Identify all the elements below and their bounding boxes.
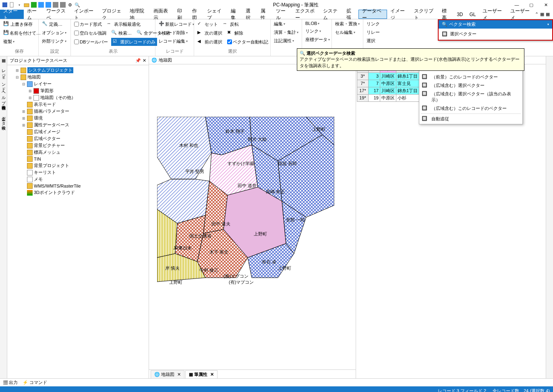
copy-button[interactable]: 複製▾ — [2, 38, 37, 45]
ribbon-tab-0[interactable]: スタート — [0, 10, 24, 19]
ribbon-tab-18[interactable]: イメージ — [387, 10, 411, 19]
alldata-tab[interactable]: 全データ検索 — [1, 112, 6, 124]
close-panel-icon[interactable]: ✕ — [143, 58, 146, 63]
celledit-menu[interactable]: セル編集▾ — [333, 29, 361, 36]
vector-menu-item-1[interactable]: 🔲（前景）このレコードのベクター — [419, 73, 522, 81]
edit-menu[interactable]: 編集▾ — [272, 20, 300, 28]
vector-submenu: 🔲（前景）選択ベクター（該当のみ表示）🔲（前景）このレコードのベクター🔲（広域含… — [419, 63, 523, 124]
group-save-label: 保存 — [2, 47, 37, 55]
reverse-button[interactable]: ↔反転 — [221, 20, 240, 28]
tab-map[interactable]: 🌐地籍図✕ — [151, 370, 184, 378]
svg-rect-7 — [60, 2, 66, 8]
project-tree[interactable]: ⊞システムプロジェクト ⊟地籍図 ⊟レイヤー ⊞筆図形 ⊞地籍図（その他） 表示… — [7, 65, 149, 378]
ribbon-tab-15[interactable]: システム — [320, 10, 344, 19]
gear-icon[interactable]: ⚙ — [67, 2, 73, 8]
group-record-label: レコード — [157, 47, 192, 55]
link-menu[interactable]: リンク▾ — [304, 27, 330, 35]
bottom-toolbar: ▦ 出力 ⚡ コマンド — [0, 378, 553, 386]
clear-button[interactable]: ✖解除 — [226, 29, 245, 37]
overwrite-save-button[interactable]: 💾上書き保存 — [2, 20, 37, 28]
set-button[interactable]: ✓セット — [196, 20, 220, 28]
workspace-panel: プロジェクトワークスペース 📌 ✕ ⊞システムプロジェクト ⊟地籍図 ⊟レイヤー… — [7, 56, 149, 378]
card-checkbox[interactable]: カード形式 — [72, 21, 104, 28]
ribbon-extra1[interactable]: ▦ — [540, 12, 544, 17]
ribbon-tab-5[interactable]: 地理院地 — [126, 10, 150, 19]
select-vector-icon: 🔲 — [442, 31, 447, 37]
newrec-button[interactable]: ➕新規レコード▾ — [157, 20, 192, 28]
svg-rect-3 — [31, 2, 37, 8]
dropdown-header[interactable]: 🔍 ベクター検索 ▾ — [439, 20, 552, 29]
ribbon-tab-12[interactable]: 属性 — [257, 10, 272, 19]
ribbon-tab-10[interactable]: 編集 — [228, 10, 242, 19]
ribbon-tab-4[interactable]: プロジェク — [99, 10, 126, 19]
extlink-button[interactable]: 外部リンク▾ — [40, 37, 69, 45]
legend-tab[interactable]: レジェンド・ヘルプ内検索 — [1, 65, 6, 104]
dropdown-active-item[interactable]: 🔲 選択ベクター — [439, 29, 552, 40]
ribbon-tab-24[interactable]: ユーザーメ — [507, 10, 535, 19]
ribbon-tab-7[interactable]: 印刷 — [174, 10, 189, 19]
ribbon-tab-6[interactable]: 画面表示 — [150, 10, 174, 19]
svg-rect-1 — [10, 2, 13, 7]
svg-text:田中 道井: 田中 道井 — [238, 183, 257, 188]
searchreplace-menu[interactable]: 検索・置換▾ — [333, 20, 361, 28]
ribbon-tab-23[interactable]: ユーザーメ — [479, 10, 507, 19]
ribbon-tab-17[interactable]: データベー — [358, 10, 387, 19]
rail-icon2[interactable]: ▦ — [2, 105, 6, 111]
save-as-button[interactable]: 💾名前を付けて… — [2, 29, 37, 37]
menu-item-icon: 🔲 — [422, 83, 428, 89]
svg-text:鈴木 翔子: 鈴木 翔子 — [226, 129, 244, 134]
ribbon-tab-14[interactable]: エクスポー — [292, 10, 320, 19]
output-tab[interactable]: ▦ 出力 — [3, 380, 18, 386]
note-menu[interactable]: 注記属性▾ — [272, 37, 300, 45]
ribbon-tab-19[interactable]: スクリプト — [411, 10, 439, 19]
pin-icon[interactable]: 📌 — [135, 58, 141, 63]
delrec-button[interactable]: レコード削除▾ — [157, 29, 192, 37]
ribbon-tab-20[interactable]: 標高 — [439, 10, 454, 19]
rail-icon[interactable]: ▦ — [2, 58, 6, 63]
ribbon-tab-22[interactable]: GL — [466, 10, 479, 19]
prevsel-button[interactable]: ◀前の選択 — [196, 38, 224, 46]
vector-menu-item-4[interactable]: 🔲（広域含む）このレコードのベクター — [419, 104, 522, 113]
close-button[interactable]: ✕ — [540, 1, 551, 9]
blob-menu[interactable]: BLOB▾ — [304, 20, 330, 27]
ribbon-tab-16[interactable]: 拡張 — [343, 10, 358, 19]
searchdlg-button[interactable]: 🔍検索… — [110, 29, 133, 37]
ribbon-extra2[interactable]: ▦ — [546, 12, 550, 17]
vector-menu-item-2[interactable]: 🔲（広域含む）選択ベクター — [419, 81, 522, 90]
ribbon-tab-11[interactable]: 選択 — [242, 10, 257, 19]
svg-text:野沢 大助: 野沢 大助 — [248, 137, 267, 142]
ribbon-tab-8[interactable]: 作図 — [189, 10, 204, 19]
menu-item-icon: 🔲 — [422, 105, 428, 112]
map-document: 🌐 地籍図 — [149, 56, 356, 378]
dbtoolbar-checkbox[interactable]: DBツールバー — [72, 38, 110, 46]
tab-data[interactable]: ▦筆属性✕ — [185, 370, 217, 378]
group-display-label: 表示 — [72, 47, 153, 55]
command-tab[interactable]: ⚡ コマンド — [23, 380, 47, 386]
editrec-button[interactable]: レコード編集▾ — [157, 37, 192, 45]
ribbon-tab-13[interactable]: ツール — [273, 10, 292, 19]
ribbon-tab-1[interactable]: ホーム — [24, 10, 43, 19]
link2-menu[interactable]: リンク — [365, 20, 382, 28]
definition-button[interactable]: 🔧定義… — [40, 20, 69, 28]
selonly-button[interactable]: ☑選択レコードのみ — [111, 38, 157, 46]
ribbon-collapse-icon[interactable]: ⌃ — [535, 12, 539, 17]
ribbon-tab-9[interactable]: シェイプ — [204, 10, 228, 19]
map-view[interactable]: 木村 和也 鈴木 翔子 野沢 大助 上野町 すずかけ学園 稲垣 吾郎 平井 堅男… — [149, 64, 356, 369]
calc-menu[interactable]: 演算・集計▾ — [272, 29, 300, 36]
autoinv-checkbox[interactable]: ベクター自動転記 — [226, 38, 270, 46]
optwidth-button[interactable]: ↔表示幅最適化 — [105, 20, 142, 28]
rel-menu[interactable]: リレー — [365, 29, 382, 36]
vector-menu-item-3[interactable]: 🔲（広域含む）選択ベクター（該当のみ表示） — [419, 90, 522, 104]
ribbon-tab-3[interactable]: インポート — [71, 10, 99, 19]
map-canvas[interactable]: 木村 和也 鈴木 翔子 野沢 大助 上野町 すずかけ学園 稲垣 吾郎 平井 堅男… — [157, 117, 334, 294]
ribbon-tab-2[interactable]: ワークスペ — [43, 10, 71, 19]
sel2-menu[interactable]: 選択 — [365, 37, 382, 45]
ribbon-tab-21[interactable]: 3D — [454, 10, 466, 19]
svg-text:中村 修三: 中村 修三 — [199, 268, 218, 272]
emptycell-checkbox[interactable]: 空白セル強調 — [72, 29, 108, 37]
coord-menu[interactable]: 座標データ▾ — [304, 36, 330, 43]
vector-menu-item-5[interactable]: 🔲自動追従 — [419, 115, 522, 123]
option-button[interactable]: オプション▾ — [40, 29, 69, 37]
nextsel-button[interactable]: ▶次の選択 — [196, 29, 224, 37]
group-select-label: 選択 — [196, 47, 269, 55]
